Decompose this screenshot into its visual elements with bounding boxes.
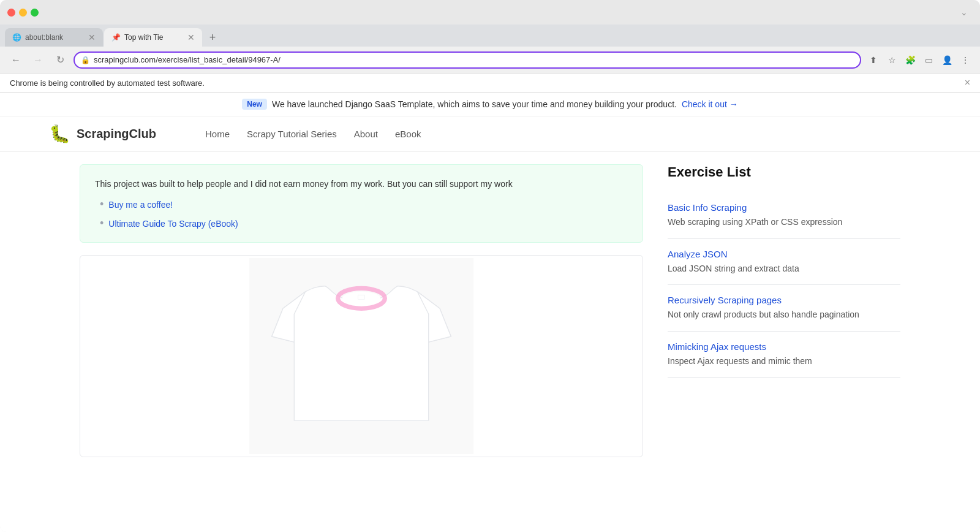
exercise-list-sidebar: Exercise List Basic Info Scraping Web sc… xyxy=(668,164,900,457)
profile-icon[interactable]: 👤 xyxy=(940,53,954,67)
address-text: scrapingclub.com/exercise/list_basic_det… xyxy=(94,55,854,64)
exercise-item-json: Analyze JSON Load JSON string and extrac… xyxy=(668,239,900,286)
browser-nav-bar: ← → ↻ 🔒 scrapingclub.com/exercise/list_b… xyxy=(0,47,980,74)
exercise-link-recursive[interactable]: Recursively Scraping pages xyxy=(668,295,900,305)
main-navigation: 🐛 ScrapingClub Home Scrapy Tutorial Seri… xyxy=(0,116,980,152)
exercise-item-ajax: Mimicking Ajax requests Inspect Ajax req… xyxy=(668,332,900,378)
title-bar: ⌄ xyxy=(0,0,980,25)
menu-icon[interactable]: ⋮ xyxy=(958,53,973,67)
window-chevron-icon: ⌄ xyxy=(960,7,968,17)
exercise-desc-recursive: Not only crawl products but also handle … xyxy=(668,309,900,321)
new-tab-button[interactable]: + xyxy=(203,28,222,47)
share-icon[interactable]: ⬆ xyxy=(866,53,881,67)
minimize-button[interactable] xyxy=(19,9,27,17)
tab-about-blank-label: about:blank xyxy=(25,33,63,42)
nav-about[interactable]: About xyxy=(354,129,378,139)
support-list: Buy me a coffee! Ultimate Guide To Scrap… xyxy=(95,198,628,230)
tabs-bar: 🌐 about:blank ✕ 📌 Top with Tie ✕ + xyxy=(0,25,980,47)
announcement-text: We have launched Django SaaS Template, w… xyxy=(272,99,677,109)
buy-coffee-link[interactable]: Buy me a coffee! xyxy=(108,200,173,210)
exercise-item-recursive: Recursively Scraping pages Not only craw… xyxy=(668,285,900,332)
tshirt-svg xyxy=(233,258,490,454)
traffic-lights xyxy=(7,9,39,17)
tab-top-with-tie-label: Top with Tie xyxy=(124,33,163,42)
maximize-button[interactable] xyxy=(31,9,39,17)
extension-icon[interactable]: 🧩 xyxy=(903,53,918,67)
exercise-link-basic[interactable]: Basic Info Scraping xyxy=(668,202,900,213)
address-bar[interactable]: 🔒 scrapingclub.com/exercise/list_basic_d… xyxy=(74,51,861,69)
tab-top-with-tie[interactable]: 📌 Top with Tie ✕ xyxy=(104,28,202,47)
new-badge: New xyxy=(242,99,267,110)
left-content: This project was built to help people an… xyxy=(80,164,643,457)
announcement-banner: New We have launched Django SaaS Templat… xyxy=(0,93,980,116)
back-button[interactable]: ← xyxy=(7,51,24,69)
nav-scrapy-tutorial[interactable]: Scrapy Tutorial Series xyxy=(247,129,337,139)
globe-icon: 🌐 xyxy=(12,33,21,42)
support-text: This project was built to help people an… xyxy=(95,177,628,191)
forward-button[interactable]: → xyxy=(29,51,47,69)
sidebar-icon[interactable]: ▭ xyxy=(921,53,936,67)
refresh-button[interactable]: ↻ xyxy=(51,51,69,69)
tab-about-blank-close[interactable]: ✕ xyxy=(88,32,96,42)
exercise-link-ajax[interactable]: Mimicking Ajax requests xyxy=(668,341,900,352)
list-item: Ultimate Guide To Scrapy (eBook) xyxy=(100,217,628,230)
list-item: Buy me a coffee! xyxy=(100,198,628,211)
product-image-box xyxy=(80,255,643,457)
check-it-out-link[interactable]: Check it out → xyxy=(682,99,738,109)
nav-ebook[interactable]: eBook xyxy=(395,129,421,139)
svg-rect-3 xyxy=(358,295,365,300)
automation-close-button[interactable]: × xyxy=(965,77,970,88)
tab-about-blank[interactable]: 🌐 about:blank ✕ xyxy=(5,28,103,47)
page-content: New We have launched Django SaaS Templat… xyxy=(0,93,980,532)
lock-icon: 🔒 xyxy=(81,56,90,64)
logo-icon: 🐛 xyxy=(49,124,70,144)
logo-text: ScrapingClub xyxy=(77,127,156,141)
exercise-desc-ajax: Inspect Ajax requests and mimic them xyxy=(668,355,900,368)
main-layout: This project was built to help people an… xyxy=(31,152,949,469)
exercise-desc-basic: Web scraping using XPath or CSS expressi… xyxy=(668,216,900,229)
nav-home[interactable]: Home xyxy=(205,129,230,139)
pin-icon: 📌 xyxy=(111,33,121,42)
bookmark-icon[interactable]: ☆ xyxy=(884,53,899,67)
exercise-link-json[interactable]: Analyze JSON xyxy=(668,249,900,259)
exercise-desc-json: Load JSON string and extract data xyxy=(668,263,900,275)
support-box: This project was built to help people an… xyxy=(80,164,643,243)
nav-links: Home Scrapy Tutorial Series About eBook xyxy=(205,129,421,139)
tab-top-with-tie-close[interactable]: ✕ xyxy=(187,32,195,42)
exercise-list-title: Exercise List xyxy=(668,164,900,180)
product-image xyxy=(80,256,643,457)
automation-bar: Chrome is being controlled by automated … xyxy=(0,74,980,93)
automation-message: Chrome is being controlled by automated … xyxy=(10,78,205,88)
logo: 🐛 ScrapingClub xyxy=(49,124,156,144)
close-button[interactable] xyxy=(7,9,15,17)
nav-actions: ⬆ ☆ 🧩 ▭ 👤 ⋮ xyxy=(866,53,973,67)
exercise-item-basic: Basic Info Scraping Web scraping using X… xyxy=(668,192,900,239)
ebook-link[interactable]: Ultimate Guide To Scrapy (eBook) xyxy=(108,219,238,229)
